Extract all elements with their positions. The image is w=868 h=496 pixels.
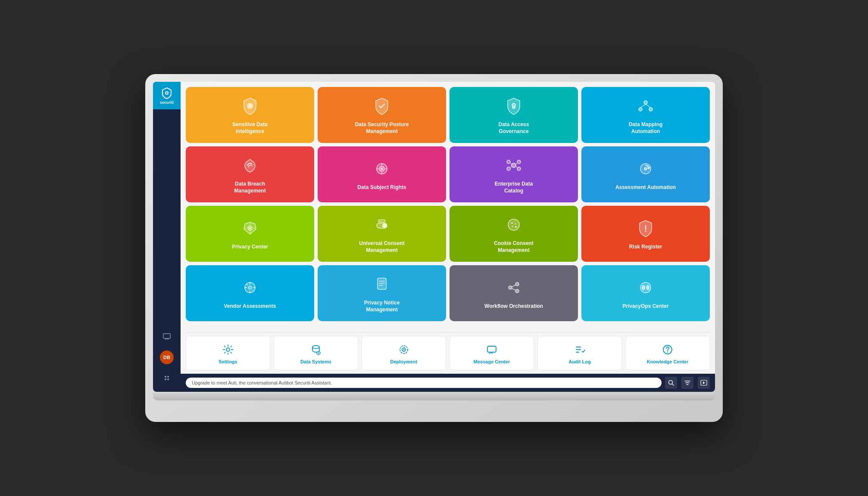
svg-rect-9 (512, 106, 515, 108)
svg-point-40 (511, 222, 513, 224)
tile-universal-consent[interactable]: Universal ConsentManagement (318, 206, 446, 262)
svg-point-22 (517, 167, 521, 170)
search-button[interactable] (665, 377, 677, 389)
svg-line-86 (672, 384, 674, 386)
tile-label-1-1: Sensitive DataIntelligence (232, 121, 268, 135)
tile-label-3-4: Risk Register (629, 244, 662, 251)
svg-rect-38 (378, 220, 385, 222)
tile-privacy-center[interactable]: Privacy Center (186, 206, 314, 262)
bottom-tile-settings[interactable]: Settings (186, 336, 270, 370)
svg-rect-55 (378, 278, 386, 289)
sidebar-logo[interactable]: securiti (153, 82, 181, 109)
settings-label: Settings (219, 359, 237, 364)
filter-button[interactable] (681, 377, 693, 389)
tile-icon-1-2 (372, 96, 392, 116)
svg-rect-79 (487, 346, 496, 352)
tile-vendor-assessments[interactable]: Vendor Assessments (186, 265, 314, 321)
svg-point-18 (512, 163, 516, 167)
tiles-row-1: Sensitive DataIntelligence Data Security… (186, 87, 710, 143)
tile-data-breach[interactable]: Data BreachManagement (186, 146, 314, 202)
main-content: Sensitive DataIntelligence Data Security… (181, 82, 715, 392)
knowledge-center-icon (661, 343, 674, 356)
bottom-tile-data-systems[interactable]: Data Systems (274, 336, 358, 370)
tile-enterprise-data-catalog[interactable]: Enterprise DataCatalog (450, 146, 578, 202)
svg-point-20 (517, 160, 521, 164)
tile-label-2-4: Assessment Automation (615, 184, 676, 191)
svg-point-59 (509, 286, 512, 289)
bottom-tile-audit-log[interactable]: Audit Log (537, 336, 622, 370)
svg-point-21 (507, 167, 510, 170)
tile-cookie-consent[interactable]: Cookie ConsentManagement (450, 206, 578, 262)
tile-icon-2-2 (372, 158, 392, 179)
audit-log-icon (573, 343, 587, 356)
svg-point-78 (403, 349, 405, 350)
tile-sensitive-data-intelligence[interactable]: Sensitive DataIntelligence (186, 87, 314, 143)
svg-point-61 (515, 289, 519, 293)
deployment-label: Deployment (390, 359, 418, 364)
tile-label-2-2: Data Subject Rights (357, 184, 406, 191)
tile-icon-2-1 (240, 155, 260, 176)
tile-icon-2-3 (503, 155, 524, 176)
tile-label-3-2: Universal ConsentManagement (359, 240, 404, 254)
screen: securiti DB (153, 82, 715, 392)
knowledge-center-label: Knowledge Center (647, 359, 689, 364)
tile-label-4-3: Workflow Orchestration (484, 303, 543, 310)
laptop-base (153, 393, 715, 400)
bottom-tiles-area: Settings Data Systems (181, 330, 715, 374)
tile-workflow-orchestration[interactable]: Workflow Orchestration (450, 265, 578, 321)
tile-label-2-1: Data BreachManagement (234, 181, 265, 194)
tile-icon-3-1 (240, 218, 260, 239)
user-avatar[interactable]: DB (160, 350, 174, 364)
tile-icon-4-1 (240, 277, 260, 298)
tile-data-subject-rights[interactable]: Data Subject Rights (318, 146, 446, 202)
laptop-frame: securiti DB (145, 74, 723, 422)
tile-risk-register[interactable]: Risk Register (581, 206, 710, 262)
svg-line-14 (646, 104, 651, 108)
status-message: Upgrade to meet Auti, the conversational… (186, 378, 662, 388)
svg-point-70 (647, 287, 648, 288)
tile-data-mapping[interactable]: Data MappingAutomation (581, 87, 710, 143)
svg-line-13 (640, 104, 646, 108)
tile-label-3-3: Cookie ConsentManagement (494, 240, 533, 254)
svg-point-44 (514, 221, 515, 222)
play-button[interactable] (698, 377, 710, 389)
grid-icon[interactable] (160, 371, 174, 385)
tile-label-1-2: Data Security PostureManagement (355, 121, 409, 135)
svg-point-28 (644, 167, 647, 170)
message-center-label: Message Center (474, 359, 510, 364)
data-systems-icon (309, 343, 323, 356)
tile-label-1-3: Data AccessGovernance (499, 121, 529, 135)
svg-line-26 (515, 166, 517, 167)
tile-privacy-notice[interactable]: Privacy NoticeManagement (318, 265, 446, 321)
divider (186, 332, 710, 332)
tile-label-4-2: Privacy NoticeManagement (364, 300, 400, 313)
svg-point-71 (226, 348, 230, 351)
bottom-tile-message-center[interactable]: Message Center (450, 336, 534, 370)
chat-sidebar-icon[interactable] (160, 330, 174, 344)
svg-point-11 (639, 108, 642, 111)
status-icons (665, 377, 710, 389)
svg-line-63 (512, 288, 515, 290)
tile-icon-3-2 (372, 214, 392, 235)
tile-icon-3-3 (503, 214, 524, 235)
svg-line-24 (515, 163, 517, 164)
tile-icon-1-3 (503, 96, 524, 116)
bottom-tile-deployment[interactable]: Deployment (362, 336, 446, 370)
svg-point-19 (507, 160, 510, 164)
tile-data-security-posture[interactable]: Data Security PostureManagement (318, 87, 446, 143)
tile-label-4-4: PrivacyOps Center (622, 303, 668, 310)
tiles-area: Sensitive DataIntelligence Data Security… (181, 82, 715, 330)
tile-assessment-automation[interactable]: Assessment Automation (581, 146, 710, 202)
tile-label-4-1: Vendor Assessments (224, 303, 276, 310)
tile-icon-1-1 (240, 96, 260, 116)
svg-point-31 (249, 227, 251, 229)
status-bar: Upgrade to meet Auti, the conversational… (181, 374, 715, 392)
svg-point-60 (515, 282, 519, 286)
svg-point-5 (165, 378, 166, 380)
tile-privacyops-center[interactable]: PrivacyOps Center (581, 265, 710, 321)
svg-point-48 (248, 286, 252, 289)
bottom-tile-knowledge-center[interactable]: Knowledge Center (625, 336, 710, 370)
svg-point-46 (645, 231, 646, 232)
deployment-icon (397, 343, 411, 356)
tile-data-access-governance[interactable]: Data AccessGovernance (450, 87, 578, 143)
